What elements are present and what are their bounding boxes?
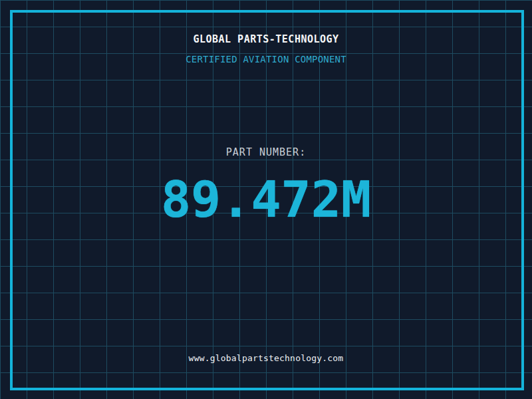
certification-subtitle: CERTIFIED AVIATION COMPONENT <box>0 54 532 65</box>
website-url: www.globalpartstechnology.com <box>0 353 532 363</box>
part-number-value: 89.472M <box>0 175 532 225</box>
company-name-title: GLOBAL PARTS-TECHNOLOGY <box>0 33 532 45</box>
part-number-label: PART NUMBER: <box>0 146 532 158</box>
blueprint-screen-background: GLOBAL PARTS-TECHNOLOGY CERTIFIED AVIATI… <box>0 0 532 399</box>
